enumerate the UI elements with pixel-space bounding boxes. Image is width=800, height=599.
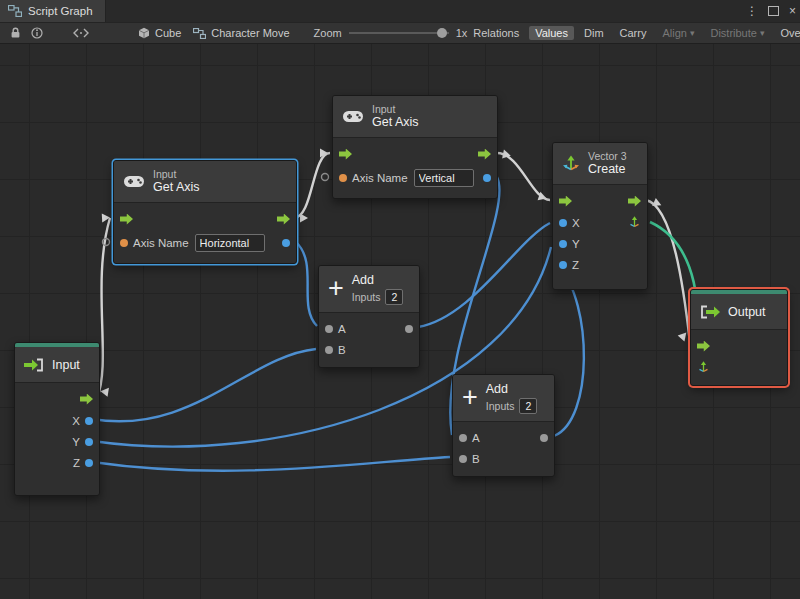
node-header[interactable]: + Add Inputs 2 bbox=[319, 266, 419, 313]
distribute-label: Distribute bbox=[710, 27, 756, 39]
node-get-axis-horizontal[interactable]: Input Get Axis Axis Name bbox=[113, 160, 297, 264]
wire-horizontal-to-add1-a[interactable] bbox=[296, 242, 317, 326]
port-x-label: X bbox=[572, 217, 580, 229]
port-y-in[interactable] bbox=[559, 240, 567, 248]
node-header[interactable]: Output bbox=[691, 294, 787, 330]
node-header[interactable]: + Add Inputs 2 bbox=[453, 375, 554, 422]
lock-button[interactable] bbox=[4, 24, 26, 42]
param-label: Axis Name bbox=[352, 172, 408, 184]
carry-toggle[interactable]: Carry bbox=[614, 26, 653, 40]
port-y-out[interactable] bbox=[85, 438, 93, 446]
info-button[interactable] bbox=[26, 24, 48, 42]
chevron-down-icon: ▾ bbox=[760, 28, 765, 38]
port-z-out[interactable] bbox=[85, 459, 93, 467]
wire-input-z-to-add2-b[interactable] bbox=[92, 457, 450, 471]
chevron-down-icon: ▾ bbox=[690, 28, 695, 38]
port-a-label: A bbox=[472, 432, 480, 444]
axis-name-field[interactable] bbox=[414, 169, 474, 187]
wire-getaxis-vertical-to-vector3[interactable] bbox=[497, 153, 550, 200]
flow-in-port[interactable] bbox=[120, 214, 133, 225]
flow-in-port[interactable] bbox=[339, 149, 352, 160]
value-out-port[interactable] bbox=[483, 174, 491, 182]
dim-toggle[interactable]: Dim bbox=[578, 26, 610, 40]
vector3-in-port[interactable] bbox=[697, 361, 710, 374]
wire-add2-to-vector3-z[interactable] bbox=[554, 267, 584, 436]
wire-vector3-to-output[interactable] bbox=[646, 200, 690, 343]
tab-script-graph[interactable]: Script Graph bbox=[0, 0, 106, 22]
align-dropdown[interactable]: Align ▾ bbox=[656, 26, 700, 40]
flow-out-port[interactable] bbox=[628, 196, 641, 207]
node-get-axis-vertical[interactable]: Input Get Axis Axis Name bbox=[332, 95, 498, 199]
inputs-count-field[interactable]: 2 bbox=[385, 289, 403, 305]
fit-graph-button[interactable] bbox=[70, 24, 92, 42]
relations-toggle[interactable]: Relations bbox=[467, 26, 525, 40]
port-z-label: Z bbox=[572, 259, 579, 271]
flow-out-port[interactable] bbox=[80, 394, 93, 405]
window-controls: ⋮ × bbox=[746, 0, 796, 22]
node-header[interactable]: Input Get Axis bbox=[333, 96, 497, 138]
port-a-label: A bbox=[338, 323, 346, 335]
node-title: Input bbox=[52, 358, 80, 372]
node-body: A B bbox=[453, 422, 554, 476]
menu-icon[interactable]: ⋮ bbox=[746, 4, 758, 18]
graph-asset-icon bbox=[193, 28, 206, 39]
node-title: Get Axis bbox=[153, 180, 200, 194]
sum-out-port[interactable] bbox=[540, 434, 548, 442]
target-gameobject-button[interactable]: Cube bbox=[132, 24, 187, 42]
port-z-in[interactable] bbox=[559, 261, 567, 269]
tab-title: Script Graph bbox=[28, 5, 93, 17]
port-b-in[interactable] bbox=[325, 346, 333, 354]
node-output-event[interactable]: Output bbox=[690, 289, 788, 386]
node-category: Input bbox=[153, 168, 200, 180]
values-toggle[interactable]: Values bbox=[529, 26, 574, 40]
port-b-label: B bbox=[472, 453, 480, 465]
script-graph-icon bbox=[8, 5, 22, 17]
maximize-icon[interactable] bbox=[768, 6, 779, 16]
port-b-in[interactable] bbox=[459, 455, 467, 463]
axis-name-port[interactable] bbox=[120, 239, 128, 247]
wire-add1-to-vector3-x[interactable] bbox=[418, 223, 550, 327]
gamepad-icon bbox=[342, 110, 364, 123]
port-a-in[interactable] bbox=[459, 434, 467, 442]
port-x-in[interactable] bbox=[559, 219, 567, 227]
port-x-out[interactable] bbox=[85, 417, 93, 425]
zoom-slider[interactable] bbox=[349, 26, 449, 40]
distribute-dropdown[interactable]: Distribute ▾ bbox=[704, 26, 770, 40]
node-add-1[interactable]: + Add Inputs 2 A B bbox=[318, 265, 420, 368]
info-icon bbox=[31, 27, 43, 39]
graph-canvas[interactable]: Input Get Axis Axis Name bbox=[0, 44, 800, 599]
node-title: Output bbox=[728, 305, 766, 319]
graph-asset-button[interactable]: Character Move bbox=[187, 24, 295, 42]
axis-name-port[interactable] bbox=[339, 174, 347, 182]
graph-label: Character Move bbox=[211, 27, 289, 39]
port-z-label: Z bbox=[73, 457, 80, 469]
flow-in-port[interactable] bbox=[697, 341, 710, 352]
inputs-count-field[interactable]: 2 bbox=[519, 398, 537, 414]
node-body: X Y Z bbox=[15, 383, 99, 495]
inputs-label: Inputs bbox=[486, 400, 515, 412]
sum-out-port[interactable] bbox=[405, 325, 413, 333]
value-out-port[interactable] bbox=[282, 239, 290, 247]
axis-name-field[interactable] bbox=[195, 234, 265, 252]
port-a-in[interactable] bbox=[325, 325, 333, 333]
vector3-out-port[interactable] bbox=[628, 216, 641, 229]
node-vector3-create[interactable]: Vector 3 Create X bbox=[552, 142, 648, 290]
node-header[interactable]: Vector 3 Create bbox=[553, 143, 647, 185]
flow-out-port[interactable] bbox=[478, 149, 491, 160]
overview-toggle[interactable]: Overview bbox=[774, 26, 800, 40]
zoom-slider-handle[interactable] bbox=[437, 28, 447, 38]
node-title: Create bbox=[588, 162, 627, 176]
node-input-event[interactable]: Input X Y Z bbox=[14, 342, 100, 496]
flow-in-port[interactable] bbox=[559, 196, 572, 207]
vector3-icon bbox=[562, 155, 580, 173]
flow-out-port[interactable] bbox=[277, 214, 290, 225]
node-add-2[interactable]: + Add Inputs 2 A B bbox=[452, 374, 555, 477]
port-y-label: Y bbox=[572, 238, 580, 250]
node-header[interactable]: Input bbox=[15, 347, 99, 383]
flow-arrowhead bbox=[300, 214, 308, 223]
close-icon[interactable]: × bbox=[789, 4, 796, 18]
node-category: Vector 3 bbox=[588, 150, 627, 162]
node-header[interactable]: Input Get Axis bbox=[114, 161, 296, 203]
wire-input-x-to-add1-b[interactable] bbox=[92, 349, 316, 421]
wire-getaxis-horizontal-to-vertical[interactable] bbox=[294, 153, 330, 218]
